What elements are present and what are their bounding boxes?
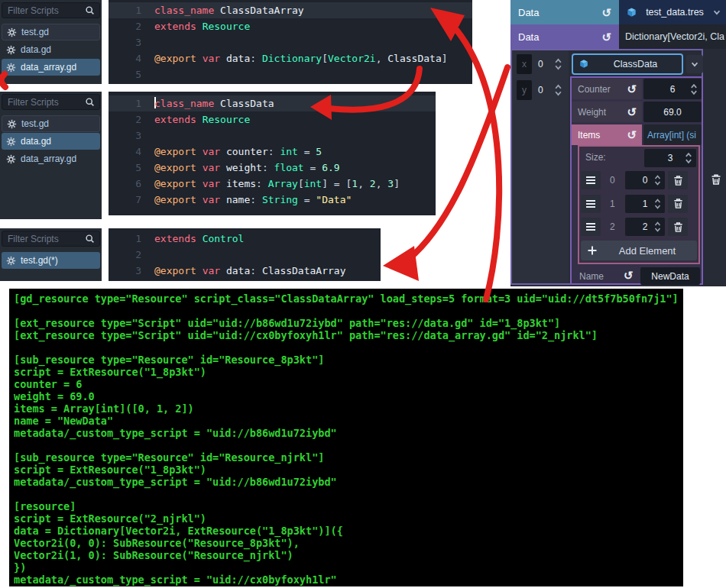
code-text: extends Resource: [154, 114, 250, 125]
gear-icon: [6, 45, 16, 55]
chevron-down-icon[interactable]: [712, 8, 721, 17]
sidebar-item-test-gd[interactable]: test.gd: [2, 24, 100, 40]
code-editor-data-array[interactable]: 1class_name ClassDataArray2extends Resou…: [109, 0, 472, 84]
code-line[interactable]: 5@export var weight: float = 6.9: [109, 160, 436, 176]
code-line[interactable]: 3@export var data: ClassDataArray: [109, 263, 381, 279]
code-line[interactable]: 3: [109, 34, 472, 50]
delete-element-button[interactable]: [668, 171, 688, 189]
tres-line: script = ExtResource("1_8p3kt"): [14, 464, 683, 476]
code-editor-data[interactable]: 1class_name ClassData2extends Resource34…: [109, 92, 436, 215]
script-sidebar-2: Filter Scripts test.gddata.gddata_array.…: [0, 92, 102, 219]
revert-icon[interactable]: ↺: [601, 7, 611, 18]
key-x-value[interactable]: 0: [538, 59, 543, 69]
trash-icon: [710, 173, 722, 186]
resource-picker-classdata[interactable]: ClassData: [572, 53, 683, 75]
trash-icon: [673, 198, 684, 209]
code-line[interactable]: 1extends Control: [109, 231, 381, 247]
array-size-field[interactable]: 3: [644, 149, 696, 167]
delete-element-button[interactable]: [668, 218, 688, 236]
line-number: 6: [109, 176, 154, 192]
spinner-icon[interactable]: [553, 83, 563, 97]
tres-file-text[interactable]: [gd_resource type="Resource" script_clas…: [9, 289, 683, 586]
key-y-label: y: [517, 80, 532, 100]
spinner-icon[interactable]: [553, 57, 563, 71]
filter-placeholder: Filter Scripts: [2, 234, 85, 244]
sidebar-item-data-gd[interactable]: data.gd: [2, 41, 100, 58]
sidebar-item-data-gd[interactable]: data.gd: [2, 133, 100, 150]
array-size-label: Size:: [585, 152, 606, 163]
drag-handle-button[interactable]: [581, 195, 601, 213]
weight-value-field[interactable]: 69.0: [643, 102, 702, 122]
property-label: Weight: [572, 107, 627, 118]
revert-icon[interactable]: ↺: [627, 83, 637, 95]
tres-line: [ext_resource type="Script" uid="uid://b…: [14, 317, 683, 329]
element-value: 0: [643, 175, 648, 186]
spinner-icon[interactable]: [653, 221, 662, 233]
code-editor-test[interactable]: 1extends Control23@export var data: Clas…: [109, 228, 381, 281]
element-value-field[interactable]: 0: [625, 171, 665, 189]
code-line[interactable]: 7@export var name: String = "Data": [109, 192, 436, 208]
sidebar-item-test-gd[interactable]: test.gd(*): [2, 252, 100, 269]
filter-scripts-input[interactable]: Filter Scripts: [2, 231, 100, 247]
code-text: @export var data: ClassDataArray: [154, 265, 345, 276]
spinner-icon[interactable]: [653, 198, 662, 210]
code-text: extends Control: [154, 233, 244, 244]
sidebar-item-data-array-gd[interactable]: data_array.gd: [2, 150, 100, 167]
code-line[interactable]: 2extends Resource: [109, 18, 472, 34]
sidebar-item-test-gd[interactable]: test.gd: [2, 115, 100, 132]
code-line[interactable]: 2: [109, 247, 381, 263]
sidebar-item-data-array-gd[interactable]: data_array.gd: [2, 59, 100, 76]
tres-line: metadata/_custom_type_script = "uid://b8…: [14, 476, 683, 488]
counter-value-field[interactable]: 6: [643, 79, 702, 99]
file-label: data.gd: [21, 44, 51, 55]
array-size-value: 3: [668, 153, 673, 163]
name-value-field[interactable]: NewData: [640, 267, 700, 285]
code-text: @export var items: Array[int] = [1, 2, 3…: [154, 178, 400, 189]
code-line[interactable]: 4@export var data: Dictionary[Vector2i, …: [109, 50, 472, 66]
spinner-icon[interactable]: [689, 82, 698, 95]
revert-icon[interactable]: ↺: [624, 270, 634, 281]
dictionary-type-box[interactable]: Dictionary[Vector2i, Cla: [619, 24, 726, 49]
filter-scripts-input[interactable]: Filter Scripts: [2, 2, 100, 18]
element-value-field[interactable]: 2: [625, 218, 665, 236]
tres-line: [ext_resource type="Script" uid="uid://c…: [14, 329, 683, 341]
code-line[interactable]: 1class_name ClassData: [109, 95, 436, 111]
filter-placeholder: Filter Scripts: [2, 97, 85, 108]
script-sidebar-3: Filter Scripts test.gd(*): [0, 228, 102, 281]
revert-icon[interactable]: ↺: [627, 129, 637, 141]
code-line[interactable]: 5: [109, 66, 472, 82]
search-icon: [85, 5, 95, 15]
code-line[interactable]: 3: [109, 128, 436, 144]
element-value-field[interactable]: 1: [625, 195, 665, 213]
drag-handle-button[interactable]: [581, 171, 601, 189]
revert-icon[interactable]: ↺: [627, 106, 637, 118]
property-label: Data: [510, 31, 601, 43]
tres-line: weight = 69.0: [14, 390, 683, 402]
tres-line: metadata/_custom_type_script = "uid://b8…: [14, 427, 683, 439]
code-line[interactable]: 4@export var counter: int = 5: [109, 144, 436, 160]
tres-line: [14, 305, 683, 317]
code-line[interactable]: 2extends Resource: [109, 111, 436, 128]
gear-icon: [6, 256, 16, 266]
revert-icon[interactable]: ↺: [601, 31, 611, 43]
line-number: 7: [109, 192, 154, 208]
dictionary-type-label: Dictionary[Vector2i, Cla: [619, 31, 724, 42]
tres-line: [14, 341, 683, 354]
resource-cube-icon: [626, 7, 637, 18]
code-line[interactable]: 6@export var items: Array[int] = [1, 2, …: [109, 176, 436, 192]
line-number: 3: [109, 34, 154, 50]
resource-picker-test-data[interactable]: test_data.tres: [619, 0, 726, 24]
spinner-icon[interactable]: [684, 152, 693, 165]
drag-handle-button[interactable]: [581, 218, 601, 236]
delete-element-button[interactable]: [668, 195, 688, 213]
delete-pair-button[interactable]: [707, 170, 725, 189]
add-element-label: Add Element: [598, 245, 697, 257]
code-line[interactable]: 1class_name ClassDataArray: [109, 2, 472, 18]
key-y-value[interactable]: 0: [538, 85, 543, 95]
spinner-icon[interactable]: [653, 174, 662, 186]
filter-scripts-input[interactable]: Filter Scripts: [2, 94, 100, 110]
items-type-link[interactable]: Array[int] (si: [643, 124, 702, 145]
trash-icon: [673, 221, 684, 233]
resource-options-button[interactable]: [686, 55, 703, 73]
add-element-button[interactable]: Add Element: [581, 241, 697, 260]
